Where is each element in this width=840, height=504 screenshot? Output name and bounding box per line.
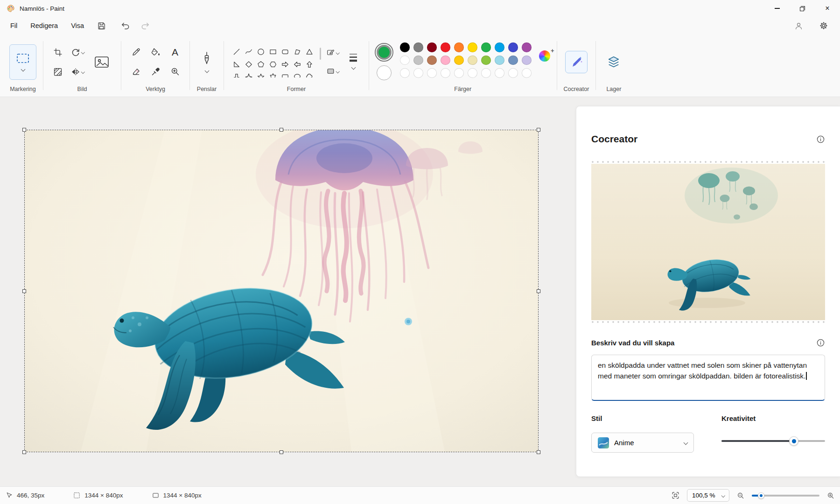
zoom-slider-thumb[interactable]: [758, 492, 764, 499]
color-swatch[interactable]: [413, 56, 423, 65]
shape-right-triangle[interactable]: [231, 58, 243, 71]
eraser-tool-button[interactable]: [128, 64, 144, 80]
empty-color-slot[interactable]: [468, 68, 477, 78]
close-button[interactable]: ×: [815, 0, 840, 17]
rotate-button[interactable]: [70, 44, 85, 60]
canvas-image[interactable]: [25, 130, 538, 452]
shape-speech-oval[interactable]: [291, 71, 303, 77]
resize-button[interactable]: [50, 64, 66, 80]
empty-color-slot[interactable]: [508, 68, 518, 78]
color-swatch[interactable]: [413, 42, 423, 52]
slider-thumb[interactable]: [789, 436, 798, 446]
color-swatch[interactable]: [454, 42, 464, 52]
fill-tool-button[interactable]: [147, 44, 163, 60]
shape-hexagon[interactable]: [267, 58, 279, 71]
shape-triangle[interactable]: [303, 46, 315, 58]
color-swatch[interactable]: [441, 42, 450, 52]
text-tool-button[interactable]: A: [167, 44, 183, 60]
color-swatch[interactable]: [468, 42, 477, 52]
minimize-button[interactable]: [764, 0, 790, 17]
settings-button[interactable]: [815, 18, 833, 33]
shape-outline-button[interactable]: [325, 46, 341, 60]
shape-speech-rounded[interactable]: [279, 71, 291, 77]
shape-arrow-up[interactable]: [303, 58, 315, 71]
color-swatch[interactable]: [427, 42, 437, 52]
color-swatch[interactable]: [481, 42, 491, 52]
color-swatch[interactable]: [481, 56, 491, 65]
empty-color-slot[interactable]: [413, 68, 423, 78]
empty-color-slot[interactable]: [481, 68, 491, 78]
color-swatch[interactable]: [522, 56, 532, 65]
selection-handle-sw[interactable]: [22, 450, 26, 454]
empty-color-slot[interactable]: [441, 68, 450, 78]
shape-arrow-down[interactable]: [231, 71, 243, 77]
color-swatch[interactable]: [508, 56, 518, 65]
empty-color-slot[interactable]: [400, 68, 410, 78]
menu-item[interactable]: Redigera: [24, 19, 64, 33]
shape-line[interactable]: [231, 46, 243, 58]
shape-curve[interactable]: [243, 46, 255, 58]
prompt-input[interactable]: en sköldpadda under vattnet med solen so…: [591, 355, 825, 401]
empty-color-slot[interactable]: [495, 68, 504, 78]
menu-item[interactable]: Fil: [4, 19, 24, 33]
color-swatch[interactable]: [454, 56, 464, 65]
undo-button[interactable]: [117, 18, 134, 33]
color-swatch[interactable]: [468, 56, 477, 65]
describe-info-button[interactable]: [816, 338, 825, 347]
add-custom-color-button[interactable]: +: [539, 50, 550, 62]
shapes-scrollbar[interactable]: [320, 48, 322, 60]
color-swatch[interactable]: [522, 42, 532, 52]
shape-rounded-rectangle[interactable]: [279, 46, 291, 58]
color-swatch[interactable]: [441, 56, 450, 65]
color-swatch[interactable]: [400, 56, 410, 65]
account-button[interactable]: [790, 18, 807, 33]
pencil-tool-button[interactable]: [128, 44, 144, 60]
generated-image[interactable]: [591, 164, 825, 320]
generated-image-preview[interactable]: [591, 160, 825, 324]
zoom-out-button[interactable]: [737, 492, 744, 499]
color-picker-tool-button[interactable]: [147, 64, 163, 80]
shape-rectangle[interactable]: [267, 46, 279, 58]
shape-arrow-left[interactable]: [291, 58, 303, 71]
save-button[interactable]: [92, 18, 110, 33]
shape-ellipse[interactable]: [255, 46, 267, 58]
shape-diamond[interactable]: [243, 58, 255, 71]
shape-star-6[interactable]: [267, 71, 279, 77]
zoom-level-dropdown[interactable]: 100,5 %: [687, 489, 729, 502]
shape-star-4[interactable]: [243, 71, 255, 77]
shape-polygon[interactable]: [291, 46, 303, 58]
cocreator-button[interactable]: [565, 51, 588, 73]
restore-button[interactable]: [790, 0, 815, 17]
secondary-color-swatch[interactable]: [377, 65, 392, 80]
selection-handle-ne[interactable]: [537, 128, 540, 132]
color-swatch[interactable]: [495, 56, 504, 65]
color-swatch[interactable]: [508, 42, 518, 52]
shape-arrow-right[interactable]: [279, 58, 291, 71]
shape-fill-button[interactable]: [325, 64, 341, 78]
color-swatch[interactable]: [400, 42, 410, 52]
empty-color-slot[interactable]: [522, 68, 532, 78]
selection-tool-button[interactable]: [9, 44, 36, 80]
color-swatch[interactable]: [495, 42, 504, 52]
empty-color-slot[interactable]: [427, 68, 437, 78]
selection-handle-w[interactable]: [22, 289, 26, 293]
shape-size-button[interactable]: [344, 46, 362, 76]
selection-handle-nw[interactable]: [22, 128, 26, 132]
zoom-in-button[interactable]: [827, 492, 834, 499]
primary-color-swatch[interactable]: [376, 44, 392, 61]
crop-button[interactable]: [50, 44, 66, 60]
shape-pentagon[interactable]: [255, 58, 267, 71]
magnifier-tool-button[interactable]: [167, 64, 183, 80]
zoom-slider[interactable]: [752, 492, 819, 499]
cocreator-info-button[interactable]: [816, 135, 825, 144]
menu-item[interactable]: Visa: [64, 19, 91, 33]
style-dropdown[interactable]: Anime: [591, 433, 694, 453]
shape-star-5[interactable]: [255, 71, 267, 77]
brushes-button[interactable]: [196, 46, 217, 78]
layers-button[interactable]: [602, 51, 625, 73]
selection-handle-n[interactable]: [280, 128, 283, 132]
color-swatch[interactable]: [427, 56, 437, 65]
empty-color-slot[interactable]: [454, 68, 464, 78]
selection-handle-se[interactable]: [537, 450, 540, 454]
redo-button[interactable]: [136, 18, 154, 33]
